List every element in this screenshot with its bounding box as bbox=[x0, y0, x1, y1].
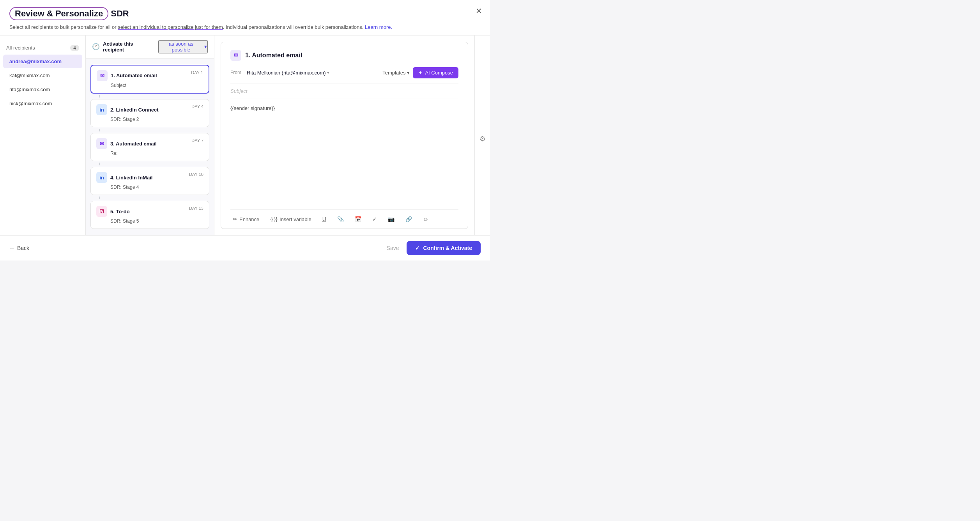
insert-variable-button[interactable]: {{}} Insert variable bbox=[268, 214, 313, 224]
step-type-4: 5. To-do bbox=[110, 209, 130, 214]
recipient-email-0: andrea@mixmax.com bbox=[9, 58, 62, 64]
step-day-0: DAY 1 bbox=[191, 70, 203, 75]
recipient-item-3[interactable]: nick@mixmax.com bbox=[3, 97, 82, 110]
from-name: Rita Melkonian (rita@mixmax.com) bbox=[247, 70, 325, 76]
recipient-item-0[interactable]: andrea@mixmax.com bbox=[3, 55, 82, 68]
step-icon-1: in bbox=[96, 104, 107, 115]
compose-toolbar: ✏ Enhance {{}} Insert variable U 📎 📅 bbox=[230, 209, 458, 229]
steps-list: ✉ 1. Automated email DAY 1 Subject in 2.… bbox=[86, 58, 214, 236]
step-icon-4: ☑ bbox=[96, 206, 107, 217]
body-content: {{sender signature}} bbox=[230, 105, 275, 111]
settings-button[interactable]: ⚙ bbox=[479, 43, 486, 236]
settings-area: ⚙ bbox=[474, 35, 490, 236]
calendar-icon: 📅 bbox=[355, 216, 361, 222]
step-day-2: DAY 7 bbox=[191, 138, 203, 143]
recipient-count-badge: 4 bbox=[70, 45, 79, 51]
modal-title-suffix: SDR bbox=[111, 9, 129, 19]
step-connector-4 bbox=[99, 197, 100, 199]
subject-input[interactable] bbox=[230, 83, 458, 99]
modal-subtitle: Select all recipients to bulk personaliz… bbox=[9, 23, 481, 31]
insert-variable-label: Insert variable bbox=[279, 216, 311, 222]
confirm-check-icon: ✓ bbox=[415, 245, 420, 251]
templates-button[interactable]: Templates ▾ bbox=[382, 70, 410, 76]
recipient-email-3: nick@mixmax.com bbox=[9, 101, 52, 106]
steps-center-panel: 🕐 Activate this recipient as soon as pos… bbox=[86, 35, 214, 236]
compose-title-icon: ✉ bbox=[230, 50, 241, 61]
link-button[interactable]: 🔗 bbox=[403, 214, 414, 224]
activate-text: Activate this recipient bbox=[103, 41, 155, 53]
footer-right: Save ✓ Confirm & Activate bbox=[387, 241, 481, 255]
underline-button[interactable]: U bbox=[320, 214, 329, 224]
step-card-0[interactable]: ✉ 1. Automated email DAY 1 Subject bbox=[90, 65, 209, 94]
step-subtitle-2: Re: bbox=[110, 151, 203, 156]
clock-icon: 🕐 bbox=[92, 43, 100, 50]
recipients-sidebar: All recipients 4 andrea@mixmax.com kat@m… bbox=[0, 35, 86, 236]
underline-icon: U bbox=[322, 216, 326, 222]
recipient-item-1[interactable]: kat@mixmax.com bbox=[3, 69, 82, 82]
camera-icon: 📷 bbox=[388, 216, 394, 222]
confirm-activate-button[interactable]: ✓ Confirm & Activate bbox=[407, 241, 481, 255]
step-day-4: DAY 13 bbox=[189, 206, 203, 211]
check-icon: ✓ bbox=[372, 216, 377, 222]
step-header-1: in 2. LinkedIn Connect DAY 4 bbox=[96, 104, 203, 115]
from-label: From bbox=[230, 70, 241, 75]
camera-button[interactable]: 📷 bbox=[386, 214, 397, 224]
timing-dropdown[interactable]: as soon as possible ▾ bbox=[158, 40, 208, 53]
subtitle-link: select an individual to personalize just… bbox=[118, 24, 223, 30]
learn-more-link[interactable]: Learn more. bbox=[365, 24, 392, 30]
recipient-email-2: rita@mixmax.com bbox=[9, 87, 50, 92]
recipient-item-2[interactable]: rita@mixmax.com bbox=[3, 83, 82, 96]
emoji-icon: ☺ bbox=[423, 216, 428, 222]
compose-from-row: From Rita Melkonian (rita@mixmax.com) ▾ … bbox=[230, 67, 458, 83]
step-card-4[interactable]: ☑ 5. To-do DAY 13 SDR: Stage 5 bbox=[90, 201, 209, 229]
back-label: Back bbox=[17, 245, 29, 251]
review-personalize-modal: Review & Personalize SDR Select all reci… bbox=[0, 0, 490, 260]
step-type-0: 1. Automated email bbox=[111, 73, 157, 78]
step-icon-3: in bbox=[96, 172, 107, 183]
step-card-3[interactable]: in 4. LinkedIn InMail DAY 10 SDR: Stage … bbox=[90, 167, 209, 195]
gear-icon: ⚙ bbox=[479, 135, 486, 143]
compose-panel: ✉ 1. Automated email From Rita Melkonian… bbox=[214, 35, 474, 236]
check-button[interactable]: ✓ bbox=[370, 214, 379, 224]
back-button[interactable]: ← Back bbox=[9, 245, 29, 251]
variable-icon: {{}} bbox=[270, 216, 278, 222]
step-card-2[interactable]: ✉ 3. Automated email DAY 7 Re: bbox=[90, 133, 209, 161]
step-subtitle-0: Subject bbox=[111, 83, 203, 88]
compose-actions: Templates ▾ ✦ AI Compose bbox=[382, 67, 458, 78]
attach-button[interactable]: 📎 bbox=[335, 214, 346, 224]
from-value: Rita Melkonian (rita@mixmax.com) ▾ bbox=[247, 70, 329, 76]
step-type-3: 4. LinkedIn InMail bbox=[110, 175, 152, 181]
close-button[interactable]: ✕ bbox=[476, 6, 482, 16]
modal-footer: ← Back Save ✓ Confirm & Activate bbox=[0, 235, 490, 260]
enhance-icon: ✏ bbox=[233, 216, 237, 222]
from-dropdown-arrow[interactable]: ▾ bbox=[327, 70, 329, 75]
back-arrow-icon: ← bbox=[9, 245, 15, 251]
chevron-down-icon: ▾ bbox=[204, 44, 207, 50]
step-title-0: ✉ 1. Automated email bbox=[97, 70, 157, 81]
step-subtitle-3: SDR: Stage 4 bbox=[110, 184, 203, 190]
compose-area: ✉ 1. Automated email From Rita Melkonian… bbox=[221, 42, 468, 229]
emoji-button[interactable]: ☺ bbox=[421, 214, 431, 224]
recipient-email-1: kat@mixmax.com bbox=[9, 73, 50, 78]
modal-title-circled: Review & Personalize bbox=[9, 7, 108, 20]
save-button[interactable]: Save bbox=[387, 245, 399, 251]
step-card-1[interactable]: in 2. LinkedIn Connect DAY 4 SDR: Stage … bbox=[90, 99, 209, 127]
calendar-button[interactable]: 📅 bbox=[352, 214, 364, 224]
step-day-1: DAY 4 bbox=[191, 104, 203, 109]
step-title-4: ☑ 5. To-do bbox=[96, 206, 130, 217]
enhance-label: Enhance bbox=[239, 216, 259, 222]
step-header-0: ✉ 1. Automated email DAY 1 bbox=[97, 70, 203, 81]
step-title-2: ✉ 3. Automated email bbox=[96, 138, 157, 149]
step-icon-2: ✉ bbox=[96, 138, 107, 149]
activate-bar: 🕐 Activate this recipient as soon as pos… bbox=[86, 35, 214, 58]
compose-title: ✉ 1. Automated email bbox=[230, 50, 458, 61]
compose-body[interactable]: {{sender signature}} bbox=[230, 99, 458, 210]
timing-label: as soon as possible bbox=[159, 41, 203, 53]
enhance-button[interactable]: ✏ Enhance bbox=[230, 214, 262, 224]
all-recipients-label: All recipients bbox=[6, 45, 35, 51]
step-subtitle-4: SDR: Stage 5 bbox=[110, 218, 203, 224]
all-recipients-row: All recipients 4 bbox=[0, 42, 85, 54]
ai-compose-button[interactable]: ✦ AI Compose bbox=[413, 67, 458, 78]
step-type-2: 3. Automated email bbox=[110, 141, 157, 147]
compose-title-text: 1. Automated email bbox=[245, 52, 302, 59]
